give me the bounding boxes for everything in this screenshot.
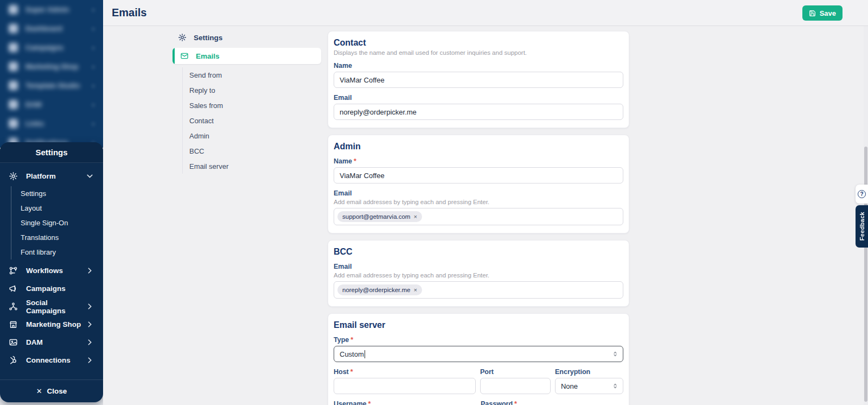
sidebar-blurred-item[interactable]: Links › xyxy=(0,114,103,133)
field-label: Name xyxy=(334,62,623,69)
subnav-item-settings[interactable]: Settings xyxy=(173,30,321,45)
chevron-right-icon xyxy=(85,266,94,275)
email-server-card: Email server Type* Custom Host* Port xyxy=(328,313,629,405)
card-title: Contact xyxy=(334,38,623,48)
sidebar-item-label: Connections xyxy=(26,356,71,364)
chevron-down-icon xyxy=(85,172,94,181)
chevron-right-icon xyxy=(85,320,94,329)
sidebar-blurred-item[interactable]: Template Studio › xyxy=(0,76,103,95)
save-icon xyxy=(809,10,816,17)
text-cursor xyxy=(365,350,365,358)
settings-panel: Settings Platform Settings Layout Single… xyxy=(0,142,103,402)
field-label: Email xyxy=(334,94,623,102)
field-label: Username* xyxy=(334,400,476,405)
chip-remove-icon[interactable]: × xyxy=(413,287,417,293)
chevron-right-icon: › xyxy=(92,81,94,90)
close-icon: ✕ xyxy=(36,387,42,395)
subnav-item-label: Emails xyxy=(196,52,220,60)
subnav-item-emails-active[interactable]: Emails xyxy=(173,48,321,64)
sidebar-item-connections[interactable]: Connections xyxy=(0,351,103,369)
sidebar-item-layout[interactable]: Layout xyxy=(21,201,103,216)
blurred-icon xyxy=(9,24,18,33)
sidebar-blurred-item[interactable]: Marketing Shop › xyxy=(0,57,103,76)
settings-panel-title: Settings xyxy=(0,142,103,163)
blurred-label: Marketing Shop xyxy=(25,62,79,71)
chip-label: support@getmarvia.com xyxy=(342,213,410,220)
help-tab[interactable]: ? xyxy=(856,185,868,204)
subnav-item-email-server[interactable]: Email server xyxy=(189,159,321,174)
blurred-icon xyxy=(9,5,18,14)
main-area: Emails Save Settings Emails Send from xyxy=(103,0,868,405)
email-chip: noreply@orderpicker.me × xyxy=(337,284,422,295)
feedback-tab[interactable]: Feedback xyxy=(856,205,868,248)
image-icon xyxy=(9,338,18,347)
sidebar-blurred-item[interactable]: Super Admin › xyxy=(0,0,103,19)
mail-icon xyxy=(180,52,189,60)
contact-email-input[interactable] xyxy=(334,104,623,120)
close-settings-button[interactable]: ✕ Close xyxy=(0,379,103,402)
required-marker: * xyxy=(514,400,517,405)
contact-name-input[interactable] xyxy=(334,72,623,88)
subnav-item-bcc[interactable]: BCC xyxy=(189,143,321,159)
blurred-icon xyxy=(9,62,18,71)
subnav-item-reply-to[interactable]: Reply to xyxy=(189,83,321,98)
sidebar-blurred-item[interactable]: Dashboard › xyxy=(0,19,103,38)
admin-email-chip-input[interactable]: support@getmarvia.com × xyxy=(334,208,623,225)
sidebar-item-platform[interactable]: Platform xyxy=(0,167,103,185)
sidebar-blurred-item[interactable]: Campaigns › xyxy=(0,38,103,57)
sidebar-item-campaigns[interactable]: Campaigns xyxy=(0,280,103,298)
sidebar-item-font-library[interactable]: Font library xyxy=(21,245,103,260)
help-icon: ? xyxy=(858,190,866,198)
bcc-email-chip-input[interactable]: noreply@orderpicker.me × xyxy=(334,281,623,299)
chip-remove-icon[interactable]: × xyxy=(413,213,417,220)
field-label: Host* xyxy=(334,368,476,376)
sidebar-item-workflows[interactable]: Workflows xyxy=(0,262,103,280)
chevron-right-icon: › xyxy=(92,24,94,33)
encryption-select[interactable]: None xyxy=(555,378,623,394)
chevron-right-icon: › xyxy=(92,62,94,71)
blurred-icon xyxy=(9,81,18,90)
connections-icon xyxy=(9,356,18,365)
feedback-label: Feedback xyxy=(859,212,865,241)
encryption-select-value: None xyxy=(561,382,578,390)
subnav-item-contact[interactable]: Contact xyxy=(189,113,321,128)
required-marker: * xyxy=(368,400,371,405)
chevron-right-icon: › xyxy=(92,100,94,109)
bcc-card: BCC Email Add email addresses by typing … xyxy=(328,240,629,307)
settings-cards: Contact Displays the name and email used… xyxy=(328,31,629,405)
close-label: Close xyxy=(47,387,67,395)
admin-card: Admin Name* Email Add email addresses by… xyxy=(328,135,629,233)
field-label: Email xyxy=(334,263,623,270)
blurred-label: Links xyxy=(25,119,44,128)
field-helper-text: Add email addresses by typing each and p… xyxy=(334,199,623,205)
megaphone-icon xyxy=(9,284,18,293)
field-label: Email xyxy=(334,189,623,197)
sidebar-item-translations[interactable]: Translations xyxy=(21,230,103,245)
sidebar-item-marketing-shop[interactable]: Marketing Shop xyxy=(0,315,103,333)
page-header: Emails Save xyxy=(103,0,868,26)
blurred-icon xyxy=(9,119,18,128)
save-button[interactable]: Save xyxy=(802,5,843,21)
admin-name-input[interactable] xyxy=(334,167,623,183)
card-description: Displays the name and email used for cus… xyxy=(334,49,623,56)
type-select[interactable]: Custom xyxy=(334,346,623,362)
sidebar-item-label: Workflows xyxy=(26,267,63,275)
sidebar-item-dam[interactable]: DAM xyxy=(0,333,103,351)
chevron-right-icon: › xyxy=(92,5,94,14)
blurred-icon xyxy=(9,43,18,52)
sidebar-blurred-item[interactable]: DAM › xyxy=(0,95,103,114)
port-input[interactable] xyxy=(480,378,551,394)
gear-icon xyxy=(9,172,18,181)
select-stepper-icon xyxy=(612,383,618,389)
blurred-label: DAM xyxy=(25,100,42,109)
sidebar-item-single-sign-on[interactable]: Single Sign-On xyxy=(21,216,103,230)
subnav-item-sales-from[interactable]: Sales from xyxy=(189,98,321,113)
subnav-item-send-from[interactable]: Send from xyxy=(189,67,321,83)
field-helper-text: Add email addresses by typing each and p… xyxy=(334,272,623,279)
sidebar-item-social-campaigns[interactable]: Social Campaigns xyxy=(0,298,103,315)
share-network-icon xyxy=(9,302,18,311)
field-label: Password* xyxy=(481,400,623,405)
sidebar-item-settings[interactable]: Settings xyxy=(21,186,103,201)
host-input[interactable] xyxy=(334,378,476,394)
subnav-item-admin[interactable]: Admin xyxy=(189,128,321,143)
